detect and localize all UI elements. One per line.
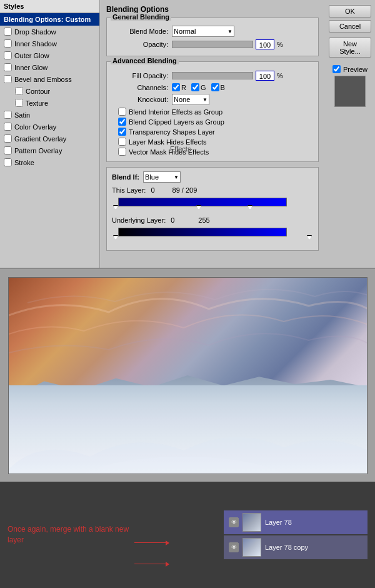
this-layer-mid-right-handle[interactable] xyxy=(248,205,252,210)
layer-row-layer78copy[interactable]: 👁 Layer 78 copy xyxy=(224,535,368,559)
sidebar-item-texture[interactable]: Texture xyxy=(0,97,99,109)
satin-checkbox[interactable] xyxy=(4,111,12,119)
this-layer-title-row: This Layer: 0 89 / 209 xyxy=(112,186,313,194)
transparency-shapes-checkbox[interactable] xyxy=(118,128,126,136)
underlying-layer-slider[interactable] xyxy=(112,226,313,238)
blend-if-label: Blend If: xyxy=(112,173,139,181)
knockout-arrow: ▼ xyxy=(202,97,208,103)
new-style-button[interactable]: New Style... xyxy=(329,38,371,58)
this-layer-min: 0 xyxy=(151,186,154,194)
this-layer-slider[interactable] xyxy=(112,196,313,208)
gradient-overlay-checkbox[interactable] xyxy=(4,134,12,143)
channels-label: Channels: xyxy=(112,84,168,91)
sidebar-item-inner-glow[interactable]: Inner Glow xyxy=(0,61,99,73)
sidebar-item-contour[interactable]: Contour xyxy=(0,85,99,97)
this-layer-gradient-fill xyxy=(119,198,286,206)
sidebar-item-satin[interactable]: Satin xyxy=(0,109,99,121)
blend-interior-row: Blend Interior Effects as Group xyxy=(118,108,313,116)
opacity-row: Opacity: 100 % xyxy=(112,39,313,49)
channel-g-checkbox[interactable] xyxy=(191,83,199,91)
channel-r-label: R xyxy=(181,84,186,91)
opacity-slider-track[interactable] xyxy=(172,41,253,48)
underlying-right-handle[interactable] xyxy=(307,235,312,240)
underlying-layer-title-row: Underlying Layer: 0 255 xyxy=(112,216,313,224)
this-layer-left-handle[interactable] xyxy=(113,205,118,210)
sidebar-item-drop-shadow[interactable]: Drop Shadow xyxy=(0,26,99,38)
sidebar-title: Styles xyxy=(0,0,99,13)
outer-glow-checkbox[interactable] xyxy=(4,51,12,59)
color-overlay-label: Color Overlay xyxy=(14,123,56,131)
channels-container: R G B xyxy=(172,83,225,91)
preview-box xyxy=(334,76,366,107)
underlying-layer-min: 0 xyxy=(171,216,174,224)
channel-g[interactable]: G xyxy=(191,83,206,91)
sidebar: Styles Blending Options: Custom Drop Sha… xyxy=(0,0,100,268)
knockout-select[interactable]: None ▼ xyxy=(172,94,209,105)
inner-glow-label: Inner Glow xyxy=(14,64,48,71)
fill-opacity-slider-track[interactable] xyxy=(172,72,253,79)
layer-mask-label: Layer Mask Hides Effects xyxy=(129,138,207,146)
outer-glow-label: Outer Glow xyxy=(14,52,49,59)
pattern-overlay-checkbox[interactable] xyxy=(4,146,12,155)
fill-opacity-value[interactable]: 100 xyxy=(256,71,274,81)
cancel-button[interactable]: Cancel xyxy=(329,20,371,33)
texture-checkbox[interactable] xyxy=(15,99,23,107)
gradient-overlay-label: Gradient Overlay xyxy=(14,135,66,143)
this-layer-mid-left-handle[interactable] xyxy=(196,205,201,210)
satin-label: Satin xyxy=(14,111,30,119)
underlying-layer-gradient-fill xyxy=(119,228,286,236)
blend-interior-checkbox[interactable] xyxy=(118,108,126,116)
blend-mode-select[interactable]: Normal ▼ xyxy=(172,26,234,37)
underlying-left-handle[interactable] xyxy=(113,235,118,240)
sidebar-item-color-overlay[interactable]: Color Overlay xyxy=(0,121,99,133)
fill-opacity-label: Fill Opacity: xyxy=(112,72,168,79)
layer-eye-layer78[interactable]: 👁 xyxy=(229,517,239,527)
drop-shadow-checkbox[interactable] xyxy=(4,28,12,36)
layer-row-layer78[interactable]: 👁 Layer 78 xyxy=(224,510,368,534)
sidebar-item-outer-glow[interactable]: Outer Glow xyxy=(0,49,99,61)
vector-mask-row: Vector Mask Hides Effects xyxy=(118,148,313,156)
blending-options-dialog: Styles Blending Options: Custom Drop Sha… xyxy=(0,0,375,269)
sidebar-item-gradient-overlay[interactable]: Gradient Overlay xyxy=(0,133,99,144)
inner-shadow-checkbox[interactable] xyxy=(4,39,12,48)
vector-mask-label: Vector Mask Hides Effects xyxy=(129,148,209,156)
stroke-checkbox[interactable] xyxy=(4,158,12,166)
inner-glow-checkbox[interactable] xyxy=(4,63,12,71)
channel-r[interactable]: R xyxy=(172,83,186,91)
sidebar-item-bevel-emboss[interactable]: Bevel and Emboss xyxy=(0,73,99,85)
color-overlay-checkbox[interactable] xyxy=(4,123,12,131)
channel-b-label: B xyxy=(221,84,225,91)
channel-r-checkbox[interactable] xyxy=(172,83,180,91)
layer-thumb-layer78copy xyxy=(242,538,261,557)
sidebar-item-inner-shadow[interactable]: Inner Shadow xyxy=(0,38,99,49)
ok-button[interactable]: OK xyxy=(329,5,371,18)
canvas-image xyxy=(8,277,368,474)
general-blending-label: General Blending xyxy=(111,13,171,21)
layer-eye-layer78copy[interactable]: 👁 xyxy=(229,542,239,552)
fill-opacity-slider-container: 100 % xyxy=(172,71,283,81)
channel-b[interactable]: B xyxy=(211,83,225,91)
this-layer-values: 89 / 209 xyxy=(172,186,198,194)
sidebar-item-active[interactable]: Blending Options: Custom xyxy=(0,13,99,26)
bevel-emboss-label: Bevel and Emboss xyxy=(14,76,72,83)
contour-checkbox[interactable] xyxy=(15,87,23,95)
underlying-layer-max: 255 xyxy=(198,216,209,224)
bevel-emboss-checkbox[interactable] xyxy=(4,75,12,83)
underlying-layer-row: Underlying Layer: 0 255 xyxy=(112,216,313,243)
blend-mode-row: Blend Mode: Normal ▼ xyxy=(112,26,313,37)
channel-b-checkbox[interactable] xyxy=(211,83,219,91)
sidebar-item-stroke[interactable]: Stroke xyxy=(0,156,99,168)
preview-checkbox[interactable] xyxy=(332,65,341,73)
layer-mask-checkbox[interactable] xyxy=(118,138,126,146)
vector-mask-checkbox[interactable] xyxy=(118,148,126,156)
preview-label-row: Preview xyxy=(332,65,368,73)
arrow-line-1 xyxy=(134,542,166,543)
blend-if-channel-select[interactable]: Blue ▼ xyxy=(143,171,181,183)
opacity-pct: % xyxy=(277,41,283,48)
opacity-slider-fill xyxy=(172,41,252,48)
opacity-value[interactable]: 100 xyxy=(256,39,274,49)
sidebar-item-pattern-overlay[interactable]: Pattern Overlay xyxy=(0,144,99,156)
blend-clipped-checkbox[interactable] xyxy=(118,118,126,126)
opacity-label: Opacity: xyxy=(112,41,168,48)
blend-clipped-row: Blend Clipped Layers as Group xyxy=(118,118,313,126)
